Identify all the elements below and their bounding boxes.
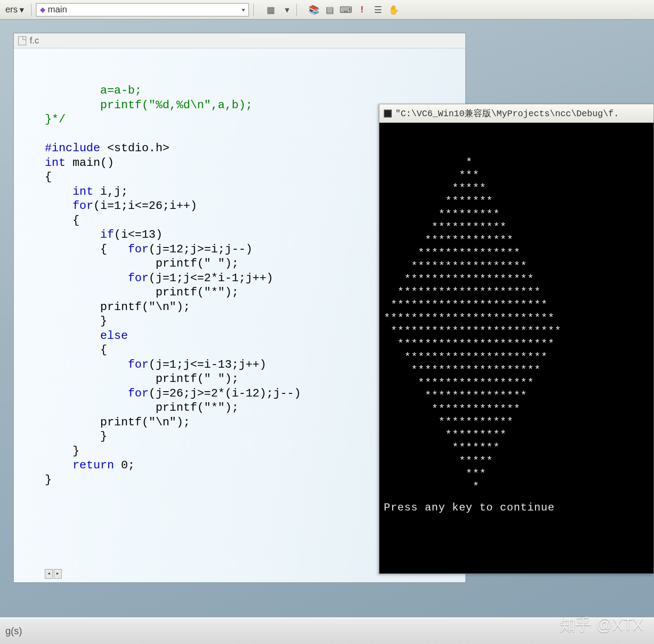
caret-down-icon: ▾ — [242, 6, 245, 13]
console-row: *************** — [384, 389, 649, 402]
diamond-icon: ◆ — [40, 5, 45, 14]
console-row: ********* — [384, 208, 649, 221]
desktop-area: f.c a=a-b; printf("%d,%d\n",a,b);}*/ #in… — [0, 20, 654, 644]
console-row: *** — [384, 169, 649, 182]
editor-tabstrip: f.c — [14, 33, 465, 48]
console-titlebar[interactable]: "C:\VC6_Win10兼容版\MyProjects\ncc\Debug\f. — [379, 104, 654, 123]
console-row: ********************* — [384, 286, 649, 298]
class-dropdown[interactable]: ers ▾ — [3, 3, 27, 16]
console-row: ********* — [384, 428, 649, 441]
dropdown-caret-icon[interactable]: ▾ — [282, 5, 292, 15]
toolbar-icons-right: 📚 ▤ ⌨ ! ☰ ✋ — [309, 5, 399, 15]
console-row: ******************* — [384, 364, 649, 377]
layout-icon[interactable]: ▦ — [266, 5, 276, 15]
console-row: ***************** — [384, 377, 649, 389]
console-row: ***** — [384, 455, 649, 467]
books-icon[interactable]: 📚 — [309, 5, 319, 15]
editor-filename: f.c — [30, 35, 39, 46]
console-output: * *** ***** ******* ********* **********… — [379, 123, 654, 573]
keyboard-icon[interactable]: ⌨ — [341, 5, 351, 15]
console-row: *** — [384, 467, 649, 480]
hand-icon[interactable]: ✋ — [389, 5, 399, 15]
ide-toolbar: ers ▾ ◆ main ▾ ▦ ▾ 📚 ▤ ⌨ ! ☰ ✋ — [0, 0, 654, 20]
console-row: ***** — [384, 182, 649, 195]
file-icon — [18, 36, 26, 45]
console-row: ************* — [384, 403, 649, 416]
console-title-text: "C:\VC6_Win10兼容版\MyProjects\ncc\Debug\f. — [395, 107, 619, 119]
console-row: *********************** — [384, 298, 649, 311]
watermark: 知乎 @XTX — [559, 614, 643, 636]
toolbar-separator — [31, 4, 32, 16]
toolbar-separator — [296, 4, 297, 16]
console-row: * — [384, 156, 649, 169]
scroll-left-icon[interactable]: ◂ — [45, 569, 53, 579]
console-row: *********************** — [384, 338, 649, 350]
code-line: a=a-b; — [45, 83, 461, 98]
function-combo[interactable]: ◆ main ▾ — [36, 3, 249, 16]
console-row: ******* — [384, 195, 649, 208]
console-row: ************************* — [384, 312, 649, 325]
exclamation-icon[interactable]: ! — [357, 5, 367, 15]
class-dropdown-label: ers — [5, 4, 18, 15]
console-icon — [384, 110, 392, 118]
horizontal-scroll[interactable]: ◂ ▸ — [45, 569, 63, 579]
caret-down-icon: ▾ — [20, 4, 24, 15]
console-row: ******* — [384, 441, 649, 454]
console-row: ************************* — [384, 325, 649, 338]
toolbar-icons-left: ▦ ▾ — [266, 5, 292, 15]
list-icon[interactable]: ☰ — [373, 5, 383, 15]
console-row: *********** — [384, 221, 649, 234]
console-row: * — [384, 480, 649, 493]
toolbar-separator — [253, 4, 254, 16]
status-text: g(s) — [5, 625, 22, 637]
grid-icon[interactable]: ▤ — [325, 5, 335, 15]
function-combo-text: main — [48, 4, 67, 15]
scroll-right-icon[interactable]: ▸ — [54, 569, 62, 579]
console-window: "C:\VC6_Win10兼容版\MyProjects\ncc\Debug\f.… — [379, 104, 654, 574]
status-bar: g(s) — [0, 617, 654, 644]
console-row: ********************* — [384, 351, 649, 364]
press-any-key: Press any key to continue — [384, 501, 649, 514]
console-row: ******************* — [384, 273, 649, 286]
console-row: ************* — [384, 234, 649, 247]
console-row: *********** — [384, 416, 649, 428]
console-row: ***************** — [384, 260, 649, 273]
console-row: *************** — [384, 247, 649, 259]
